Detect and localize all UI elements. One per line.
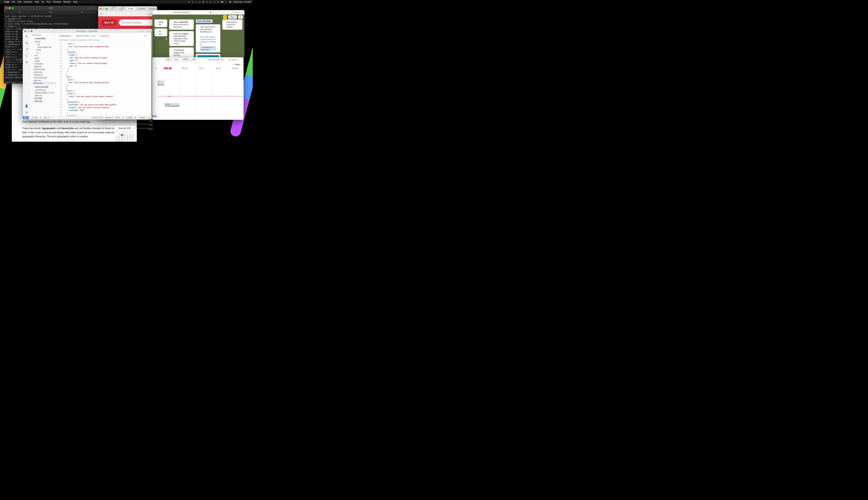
status-icon[interactable]: ▢	[213, 1, 215, 3]
debug-icon[interactable]: ▷	[25, 54, 27, 57]
menu-file[interactable]: File	[12, 1, 15, 3]
menubar-clock[interactable]: Wed 9 Nov 1:44 PM	[234, 1, 251, 3]
tree-item[interactable]: › inc	[31, 54, 56, 57]
bookmark-icon[interactable]: ☆	[103, 13, 105, 15]
timeline-section[interactable]: › TIMELINE	[30, 100, 56, 103]
sidebar-icon[interactable]: ▯	[146, 30, 147, 32]
status-icon[interactable]: ⊙	[192, 1, 193, 3]
menu-view[interactable]: View	[35, 1, 39, 3]
tree-item[interactable]: › css	[31, 43, 56, 46]
menu-window[interactable]: Window	[64, 1, 71, 3]
tree-item[interactable]: screenshot.png	[31, 76, 56, 79]
reader-icon[interactable]: ▤	[210, 11, 211, 13]
calendar-search[interactable]	[231, 59, 242, 60]
menu-run[interactable]: Run	[47, 1, 50, 3]
status-icon[interactable]: A	[217, 1, 218, 3]
editor-tab[interactable]: {}theme.json×	[56, 34, 74, 38]
tree-item[interactable]: style.css	[31, 79, 56, 82]
tree-item[interactable]: .gitignore	[31, 65, 56, 68]
tree-item[interactable]: › styles	[31, 59, 56, 62]
battery-icon[interactable]: ▮▯	[229, 1, 231, 3]
board-card[interactable]: Learn about all the new features in Word…	[196, 24, 220, 53]
tree-item[interactable]: › fonts	[31, 48, 56, 51]
open-editors-section[interactable]: ⌄ OPEN EDITORS	[30, 86, 56, 89]
reader-icon[interactable]: ▤	[100, 13, 102, 15]
problems-indicator[interactable]: ⊘ 0 △ 0	[43, 117, 49, 118]
status-icon[interactable]: S	[206, 1, 207, 3]
board-card[interactable]: Style buttons across the website	[222, 20, 242, 30]
eol-indicator[interactable]: LF	[122, 117, 124, 118]
code-editor[interactable]: 358 359 360 361 362 363 364 365 366 367 …	[56, 42, 151, 116]
branch-indicator[interactable]: ⎇ main	[32, 117, 38, 118]
gear-icon[interactable]: ⚙	[25, 111, 28, 114]
tree-item[interactable]: theme.json	[31, 82, 56, 84]
outline-section[interactable]: › OUTLINE	[30, 97, 56, 100]
browser-tab[interactable]: ⊕Tag: W	[118, 6, 126, 11]
code-content[interactable]: "color": { "text": "var(--wp--preset--co…	[64, 42, 151, 116]
share-button[interactable]: Share	[228, 15, 237, 19]
terminal-tabs[interactable]: -zsh s3thi -zsh	[4, 10, 98, 14]
terminal-tab[interactable]: -zsh	[66, 10, 98, 14]
more-icon[interactable]: ⋯	[53, 34, 55, 36]
menu-terminal[interactable]: Terminal	[53, 1, 61, 3]
panel-icon[interactable]: ◫	[142, 30, 144, 32]
bookmark-icon[interactable]: ☆	[213, 11, 214, 13]
open-editor-item[interactable]: style.css	[31, 94, 56, 97]
more-icon[interactable]: ⋯	[147, 35, 149, 37]
seg-week[interactable]: Week	[172, 58, 181, 61]
share-icon[interactable]: ⇧	[239, 11, 240, 13]
mini-calendar[interactable]: ‹ November 2022 › MTWTFSS311234567891011…	[114, 126, 135, 142]
status-icon[interactable]: ●	[195, 1, 197, 3]
search-icon[interactable]: 🔍	[25, 41, 28, 44]
status-icon[interactable]: ⌨	[221, 1, 224, 3]
project-name[interactable]: ⌄ SHOESHINE	[30, 37, 56, 40]
tree-item[interactable]: › assets	[31, 40, 56, 43]
calendar-event[interactable]: 3 PM Conversation with L...	[165, 103, 180, 107]
site-search[interactable]: 🔍 Search articles...	[119, 20, 154, 26]
prettier-indicator[interactable]: ✓ Prettier	[138, 117, 146, 118]
board-card[interactable]: Expand the About page with better copy (…	[169, 31, 194, 46]
open-editor-item[interactable]: Release Notes: 1.73.0	[31, 91, 56, 94]
prev-button[interactable]: ‹	[233, 64, 233, 66]
seg-month[interactable]: Month	[181, 58, 190, 61]
extensions-icon[interactable]: ⊞	[25, 60, 28, 64]
board-card[interactable]: Fix paddings, margins, and spacing every…	[169, 47, 194, 58]
open-editor-item[interactable]: × theme.json	[31, 89, 56, 91]
menu-selection[interactable]: Selection	[24, 1, 32, 3]
notes-address[interactable]: nBMYbWeYGk8ZEhq	[154, 11, 208, 14]
wifi-icon[interactable]: ᯤ	[226, 1, 227, 3]
tree-item[interactable]: functions.php	[31, 68, 56, 71]
board-card[interactable]: aking full	[155, 20, 167, 27]
calendar-event[interactable]: > Har...	[158, 81, 164, 83]
breadcrumbs[interactable]: {} theme.json › {} styles › {} elements …	[56, 38, 151, 42]
scm-icon[interactable]: ⎇	[25, 48, 28, 51]
board-card[interactable]: Add an About Me block at the end of each…	[169, 20, 194, 30]
today-button[interactable]: Today	[235, 64, 240, 66]
more-icon[interactable]: »	[242, 11, 243, 13]
more-button[interactable]: More 🐱	[101, 20, 117, 26]
prev-month[interactable]: ‹	[115, 127, 116, 129]
menu-go[interactable]: Go	[42, 1, 44, 3]
tree-item[interactable]: › js	[31, 51, 56, 54]
calendar-event[interactable]: poin...	[152, 115, 157, 117]
next-button[interactable]: ›	[241, 64, 242, 66]
tree-item[interactable]: block-styles.css	[31, 46, 56, 48]
cursor-position[interactable]: Ln 373, Col 10	[92, 117, 103, 118]
seg-year[interactable]: Year	[190, 58, 198, 61]
cloud-icon[interactable]: ☁	[236, 11, 238, 13]
shield-icon[interactable]: ◇	[145, 13, 147, 15]
shield-icon[interactable]: ◇	[233, 11, 235, 13]
account-icon[interactable]: 👤	[25, 104, 28, 107]
seg-day[interactable]: Day	[164, 58, 172, 61]
cloud-icon[interactable]: ☁	[148, 13, 150, 15]
feedback-icon[interactable]: ⊕	[135, 117, 136, 118]
browser-tab[interactable]: ✳Rende	[147, 7, 157, 10]
tree-item[interactable]: readme.txt	[31, 73, 56, 76]
bell-icon[interactable]: 🔔	[148, 117, 150, 118]
browser-tab-active[interactable]: STyp×	[127, 7, 136, 10]
calendar-event[interactable]: unselli...	[158, 83, 164, 86]
timezone-select[interactable]: India Standard Time ⌄	[208, 59, 226, 60]
avatar-icon[interactable]: 😐	[223, 15, 227, 19]
view-segmented[interactable]: Day Week Month Year	[164, 58, 198, 61]
remote-indicator[interactable]: �áñ	[23, 116, 28, 119]
